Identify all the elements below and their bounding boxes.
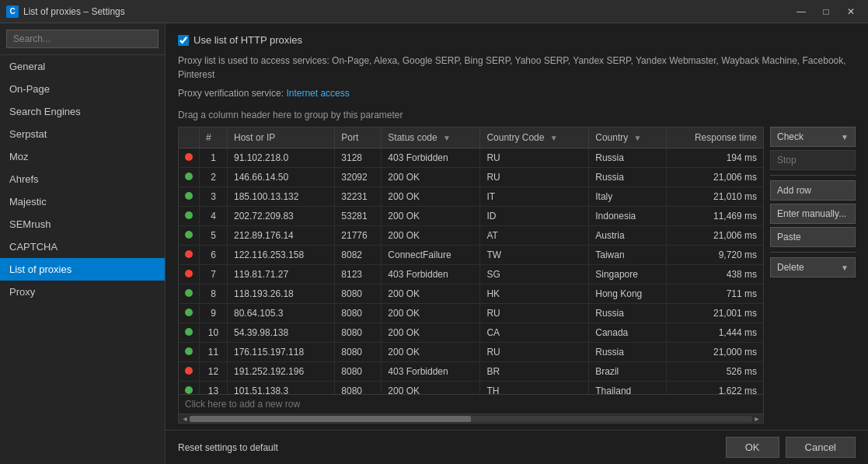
sidebar-item-captcha[interactable]: CAPTCHA — [0, 235, 165, 258]
row-num-cell: 1 — [200, 148, 228, 168]
row-country-code-cell: ID — [480, 207, 589, 226]
row-num-cell: 11 — [200, 343, 228, 362]
row-response-cell: 21,000 ms — [666, 343, 763, 362]
col-response-header[interactable]: Response time — [666, 127, 763, 148]
app-icon: C — [6, 5, 19, 18]
row-dot-cell — [179, 168, 200, 187]
title-bar: C List of proxies – Settings — □ ✕ — [0, 0, 868, 23]
row-country-code-cell: CA — [480, 323, 589, 343]
row-country-code-cell: RU — [480, 304, 589, 323]
row-host-cell: 146.66.14.50 — [228, 168, 335, 187]
sidebar-item-search-engines[interactable]: Search Engines — [0, 100, 165, 123]
use-proxies-checkbox[interactable] — [178, 35, 189, 46]
app-body: General On-Page Search Engines Serpstat … — [0, 23, 868, 464]
scroll-right-arrow[interactable]: ► — [752, 414, 762, 424]
scroll-left-arrow[interactable]: ◄ — [180, 414, 190, 424]
search-input[interactable] — [6, 30, 159, 48]
reset-settings-link[interactable]: Reset settings to default — [178, 442, 278, 453]
col-host-header[interactable]: Host or IP — [228, 127, 335, 148]
ok-button[interactable]: OK — [726, 437, 779, 458]
row-port-cell: 8080 — [335, 304, 382, 323]
check-label: Check — [777, 131, 804, 142]
proxy-table-scroll[interactable]: # Host or IP Port Status code ▼ Country … — [179, 127, 763, 394]
sidebar: General On-Page Search Engines Serpstat … — [0, 23, 166, 464]
proxy-verify-link[interactable]: Internet access — [286, 88, 349, 99]
enter-manually-label: Enter manually... — [777, 208, 846, 219]
row-host-cell: 91.102.218.0 — [228, 148, 335, 168]
scroll-track[interactable] — [190, 416, 752, 422]
table-row[interactable]: 2 146.66.14.50 32092 200 OK RU Russia 21… — [179, 168, 763, 187]
stop-button[interactable]: Stop — [770, 150, 856, 170]
row-num-cell: 2 — [200, 168, 228, 187]
check-button[interactable]: Check ▼ — [770, 127, 856, 147]
row-port-cell: 8080 — [335, 362, 382, 382]
row-country-cell: Indonesia — [589, 207, 667, 226]
maximize-button[interactable]: □ — [815, 4, 837, 19]
btn-separator-2 — [770, 252, 856, 253]
table-row[interactable]: 11 176.115.197.118 8080 200 OK RU Russia… — [179, 343, 763, 362]
close-button[interactable]: ✕ — [840, 4, 862, 19]
row-num-cell: 13 — [200, 382, 228, 395]
row-num-cell: 3 — [200, 187, 228, 207]
minimize-button[interactable]: — — [790, 4, 812, 19]
delete-dropdown-arrow: ▼ — [841, 263, 849, 272]
delete-button[interactable]: Delete ▼ — [770, 257, 856, 277]
check-dropdown-arrow: ▼ — [841, 133, 849, 141]
add-row-button[interactable]: Add row — [770, 180, 856, 201]
table-row[interactable]: 4 202.72.209.83 53281 200 OK ID Indonesi… — [179, 207, 763, 226]
table-row[interactable]: 1 91.102.218.0 3128 403 Forbidden RU Rus… — [179, 148, 763, 168]
sidebar-item-list-of-proxies[interactable]: List of proxies — [0, 258, 165, 281]
row-host-cell: 191.252.192.196 — [228, 362, 335, 382]
sidebar-item-ahrefs[interactable]: Ahrefs — [0, 168, 165, 190]
table-row[interactable]: 12 191.252.192.196 8080 403 Forbidden BR… — [179, 362, 763, 382]
table-row[interactable]: 6 122.116.253.158 8082 ConnectFailure TW… — [179, 246, 763, 265]
col-num-header[interactable]: # — [200, 127, 228, 148]
row-country-cell: Thailand — [589, 382, 667, 395]
row-response-cell: 21,006 ms — [666, 168, 763, 187]
horizontal-scrollbar[interactable]: ◄ ► — [179, 413, 763, 423]
row-response-cell: 194 ms — [666, 148, 763, 168]
scroll-thumb[interactable] — [190, 416, 471, 422]
row-country-cell: Russia — [589, 343, 667, 362]
col-country-header[interactable]: Country ▼ — [589, 127, 667, 148]
enter-manually-button[interactable]: Enter manually... — [770, 204, 856, 224]
paste-button[interactable]: Paste — [770, 227, 856, 247]
sidebar-item-majestic[interactable]: Majestic — [0, 190, 165, 213]
row-host-cell: 212.89.176.14 — [228, 226, 335, 246]
window-controls: — □ ✕ — [790, 4, 862, 19]
row-country-code-cell: RU — [480, 343, 589, 362]
row-status-cell: 200 OK — [382, 168, 480, 187]
col-status-header[interactable]: Status code ▼ — [382, 127, 480, 148]
row-country-code-cell: TH — [480, 382, 589, 395]
row-status-cell: 200 OK — [382, 226, 480, 246]
row-country-code-cell: RU — [480, 168, 589, 187]
sidebar-item-semrush[interactable]: SEMrush — [0, 213, 165, 235]
row-dot-cell — [179, 246, 200, 265]
table-row[interactable]: 7 119.81.71.27 8123 403 Forbidden SG Sin… — [179, 265, 763, 284]
sidebar-item-moz[interactable]: Moz — [0, 145, 165, 168]
row-dot-cell — [179, 148, 200, 168]
row-port-cell: 3128 — [335, 148, 382, 168]
row-dot-cell — [179, 226, 200, 246]
table-row[interactable]: 5 212.89.176.14 21776 200 OK AT Austria … — [179, 226, 763, 246]
status-dot — [185, 250, 193, 258]
table-row[interactable]: 9 80.64.105.3 8080 200 OK RU Russia 21,0… — [179, 304, 763, 323]
table-row[interactable]: 10 54.39.98.138 8080 200 OK CA Canada 1,… — [179, 323, 763, 343]
status-dot — [185, 289, 193, 297]
table-row[interactable]: 8 118.193.26.18 8080 200 OK HK Hong Kong… — [179, 284, 763, 304]
table-row[interactable]: 3 185.100.13.132 32231 200 OK IT Italy 2… — [179, 187, 763, 207]
sidebar-item-general[interactable]: General — [0, 55, 165, 78]
add-row-label: Add row — [777, 185, 811, 196]
sidebar-item-proxy[interactable]: Proxy — [0, 281, 165, 303]
table-row[interactable]: 13 101.51.138.3 8080 200 OK TH Thailand … — [179, 382, 763, 395]
sidebar-item-on-page[interactable]: On-Page — [0, 78, 165, 100]
row-status-cell: 200 OK — [382, 323, 480, 343]
col-country-code-header[interactable]: Country Code ▼ — [480, 127, 589, 148]
sidebar-item-serpstat[interactable]: Serpstat — [0, 123, 165, 145]
row-dot-cell — [179, 323, 200, 343]
status-dot — [185, 328, 193, 336]
row-status-cell: 403 Forbidden — [382, 265, 480, 284]
add-row-hint[interactable]: Click here to add a new row — [179, 394, 763, 413]
cancel-button[interactable]: Cancel — [786, 437, 856, 458]
col-port-header[interactable]: Port — [335, 127, 382, 148]
